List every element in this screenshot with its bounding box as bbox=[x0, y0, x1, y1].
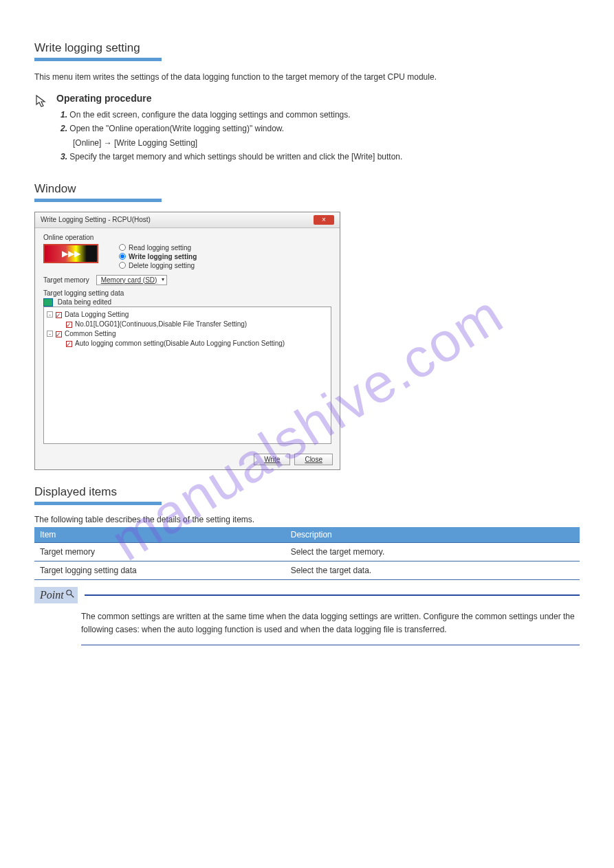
tree-child-1: No.01[LOG01](Continuous,Disable File Tra… bbox=[75, 320, 247, 328]
table-row: Target memory Select the target memory. bbox=[34, 542, 580, 561]
point-badge-text: Point bbox=[40, 589, 64, 601]
point-text: The common settings are written at the s… bbox=[34, 603, 580, 645]
target-setting-label: Target logging setting data bbox=[43, 289, 331, 297]
online-operation-label: Online operation bbox=[43, 234, 331, 241]
steps-list: 1. On the edit screen, configure the dat… bbox=[56, 108, 402, 164]
radio-delete[interactable]: Delete logging setting bbox=[119, 262, 197, 269]
tree-child-2: Auto logging common setting(Disable Auto… bbox=[75, 340, 285, 347]
step-3: Specify the target memory and which sett… bbox=[69, 152, 402, 162]
step-prefix-1: 1. bbox=[61, 110, 67, 120]
step-prefix-2: 2. bbox=[61, 124, 67, 133]
point-rule-end bbox=[81, 645, 580, 645]
tree-checkbox[interactable] bbox=[56, 331, 62, 337]
tree-root-2: Common Setting bbox=[65, 330, 116, 337]
svg-point-0 bbox=[66, 590, 71, 595]
target-memory-select[interactable]: Memory card (SD) bbox=[96, 275, 168, 285]
close-button[interactable]: Close bbox=[294, 454, 333, 465]
tree-checkbox[interactable] bbox=[66, 341, 72, 347]
cell-item-1: Target memory bbox=[34, 542, 285, 561]
step-1: On the edit screen, configure the data l… bbox=[69, 110, 350, 120]
section-title-items: Displayed items bbox=[34, 485, 580, 499]
close-icon[interactable]: × bbox=[314, 215, 334, 225]
point-badge: Point bbox=[34, 587, 78, 603]
radio-write[interactable]: Write logging setting bbox=[119, 253, 197, 260]
radio-delete-label: Delete logging setting bbox=[129, 262, 195, 269]
tree-collapse-icon[interactable]: - bbox=[47, 331, 53, 337]
write-button[interactable]: Write bbox=[254, 454, 290, 465]
th-item: Item bbox=[34, 527, 285, 543]
operating-procedure-heading: Operating procedure bbox=[56, 93, 402, 104]
svg-line-1 bbox=[71, 594, 74, 597]
point-rule bbox=[85, 594, 580, 596]
arrow-icon: ▶▶▶ bbox=[62, 249, 80, 258]
section-desc: This menu item writes the settings of th… bbox=[34, 71, 580, 83]
section-underline-3 bbox=[34, 502, 162, 505]
cell-desc-2: Select the target data. bbox=[285, 561, 580, 579]
tree-checkbox[interactable] bbox=[56, 312, 62, 318]
online-graphic: ▶▶▶ bbox=[43, 244, 98, 263]
table-row: Target logging setting data Select the t… bbox=[34, 561, 580, 579]
tree-collapse-icon[interactable]: - bbox=[47, 311, 53, 318]
step-prefix-3: 3. bbox=[61, 152, 67, 162]
cell-desc-1: Select the target memory. bbox=[285, 542, 580, 561]
section-underline bbox=[34, 58, 162, 61]
dialog-title: Write Logging Setting - RCPU(Host) bbox=[41, 216, 151, 223]
target-memory-label: Target memory bbox=[43, 276, 89, 284]
write-logging-dialog: Write Logging Setting - RCPU(Host) × Onl… bbox=[34, 212, 340, 470]
section-underline-2 bbox=[34, 199, 162, 202]
tree-checkbox[interactable] bbox=[66, 322, 72, 328]
radio-read-label: Read logging setting bbox=[129, 244, 191, 252]
step-2: Open the "Online operation(Write logging… bbox=[69, 124, 284, 133]
data-being-edited-label: Data being edited bbox=[58, 298, 111, 306]
settings-tree[interactable]: -Data Logging Setting No.01[LOG01](Conti… bbox=[43, 307, 331, 444]
items-table: Item Description Target memory Select th… bbox=[34, 527, 580, 580]
radio-write-label: Write logging setting bbox=[129, 253, 197, 260]
editor-icon bbox=[43, 298, 53, 307]
radio-read[interactable]: Read logging setting bbox=[119, 244, 197, 252]
mouse-pointer-icon bbox=[34, 93, 51, 110]
cell-item-2: Target logging setting data bbox=[34, 561, 285, 579]
items-intro: The following table describes the detail… bbox=[34, 515, 580, 524]
tree-root-1: Data Logging Setting bbox=[65, 311, 129, 318]
magnifier-icon bbox=[65, 589, 75, 601]
th-description: Description bbox=[285, 527, 580, 543]
section-title-window: Window bbox=[34, 182, 580, 196]
step-2b: [Online] → [Write Logging Setting] bbox=[73, 138, 197, 148]
section-title-write: Write logging setting bbox=[34, 41, 580, 55]
